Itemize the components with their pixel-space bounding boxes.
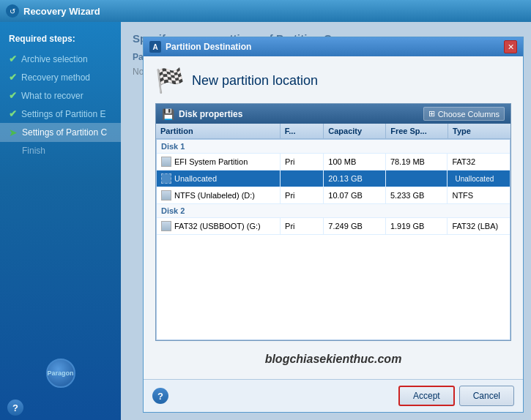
partition-type: NTFS bbox=[448, 187, 510, 203]
modal-title: Partition Destination bbox=[166, 42, 500, 52]
partition-capacity: 10.07 GB bbox=[324, 187, 386, 203]
partition-free bbox=[386, 170, 448, 187]
partition-name: FAT32 (USBBOOT) (G:) bbox=[157, 218, 281, 234]
check-icon: ✔ bbox=[9, 53, 17, 64]
choose-columns-button[interactable]: ⊞ Choose Columns bbox=[423, 107, 505, 121]
sidebar-item-label: Recovery method bbox=[21, 72, 90, 83]
modal-titlebar: A Partition Destination ✕ bbox=[144, 37, 523, 56]
sidebar-item-label: Archive selection bbox=[21, 54, 88, 64]
col-header-partition: Partition bbox=[156, 124, 281, 138]
sidebar-item-settings-partition-e[interactable]: ✔ Settings of Partition E bbox=[0, 105, 121, 123]
sidebar-item-label: What to recover bbox=[21, 91, 83, 101]
content-area: Specify recover settings of Partition C … bbox=[121, 22, 531, 420]
unallocated-badge: Unallocated bbox=[452, 174, 497, 184]
disk2-group: Disk 2 bbox=[157, 204, 510, 218]
partition-type: Unallocated bbox=[448, 170, 510, 187]
table-row[interactable]: EFI System Partition Pri 100 MB 78.19 MB… bbox=[157, 154, 510, 170]
partition-destination-dialog: A Partition Destination ✕ 🏁 New partitio… bbox=[143, 37, 524, 413]
modal-help-button[interactable]: ? bbox=[152, 388, 168, 404]
choose-columns-label: Choose Columns bbox=[438, 110, 500, 119]
disk-icon: 💾 bbox=[162, 108, 174, 120]
sidebar-item-settings-partition-c[interactable]: ➤ Settings of Partition C bbox=[0, 123, 121, 142]
modal-header: 🏁 New partition location bbox=[155, 67, 511, 94]
modal-close-button[interactable]: ✕ bbox=[504, 40, 517, 53]
watermark: blogchiasekienthuc.com bbox=[155, 350, 511, 369]
partition-capacity: 7.249 GB bbox=[324, 218, 386, 234]
modal-footer: ? Accept Cancel bbox=[144, 379, 523, 412]
sidebar-item-what-to-recover[interactable]: ✔ What to recover bbox=[0, 86, 121, 105]
partition-free: 78.19 MB bbox=[386, 154, 448, 170]
modal-body: 🏁 New partition location 💾 Disk properti… bbox=[144, 56, 523, 379]
sidebar: Required steps: ✔ Archive selection ✔ Re… bbox=[0, 22, 121, 420]
check-icon: ✔ bbox=[9, 90, 17, 101]
partition-flag: Pri bbox=[281, 218, 324, 234]
col-header-free: Free Sp... bbox=[386, 124, 448, 138]
main-container: Required steps: ✔ Archive selection ✔ Re… bbox=[0, 22, 531, 420]
check-icon: ✔ bbox=[9, 72, 17, 83]
partition-type: FAT32 (LBA) bbox=[448, 218, 510, 234]
table-header: Partition F... Capacity Free Sp... Type bbox=[156, 124, 510, 139]
table-row[interactable]: NTFS (Unlabeled) (D:) Pri 10.07 GB 5.233… bbox=[157, 187, 510, 204]
sidebar-help-button[interactable]: ? bbox=[7, 400, 23, 416]
accept-button[interactable]: Accept bbox=[398, 386, 455, 406]
partition-free: 1.919 GB bbox=[386, 218, 448, 234]
sidebar-item-archive-selection[interactable]: ✔ Archive selection bbox=[0, 50, 121, 68]
sidebar-logo: Paragon bbox=[46, 359, 75, 388]
partition-name: NTFS (Unlabeled) (D:) bbox=[157, 187, 281, 203]
col-header-type: Type bbox=[448, 124, 510, 138]
sidebar-item-label: Settings of Partition E bbox=[21, 109, 105, 119]
footer-buttons: Accept Cancel bbox=[398, 386, 514, 406]
partition-capacity: 20.13 GB bbox=[324, 170, 386, 187]
modal-titlebar-icon: A bbox=[149, 41, 161, 53]
partition-flag bbox=[281, 170, 324, 187]
app-title: Recovery Wizard bbox=[23, 6, 100, 17]
partition-flag: Pri bbox=[281, 187, 324, 203]
disk-toolbar: 💾 Disk properties ⊞ Choose Columns bbox=[156, 104, 510, 124]
modal-header-title: New partition location bbox=[192, 73, 318, 89]
table-icon: ⊞ bbox=[428, 109, 435, 119]
partition-name: Unallocated bbox=[157, 170, 281, 187]
cancel-button[interactable]: Cancel bbox=[459, 386, 514, 406]
table-row[interactable]: FAT32 (USBBOOT) (G:) Pri 7.249 GB 1.919 … bbox=[157, 218, 510, 235]
sidebar-item-label: Settings of Partition C bbox=[22, 127, 107, 138]
title-bar: ↺ Recovery Wizard bbox=[0, 0, 531, 22]
arrow-icon: ➤ bbox=[9, 127, 18, 138]
app-icon: ↺ bbox=[6, 4, 19, 18]
col-header-capacity: Capacity bbox=[324, 124, 386, 138]
col-header-flag: F... bbox=[281, 124, 324, 138]
partition-type: FAT32 bbox=[448, 154, 510, 170]
partition-capacity: 100 MB bbox=[324, 154, 386, 170]
disk1-group: Disk 1 bbox=[157, 140, 510, 154]
sidebar-heading: Required steps: bbox=[0, 31, 121, 50]
partition-icon bbox=[161, 221, 171, 231]
partition-flag: Pri bbox=[281, 154, 324, 170]
unallocated-icon bbox=[161, 173, 171, 184]
partition-name: EFI System Partition bbox=[157, 154, 281, 170]
sidebar-finish: Finish bbox=[0, 142, 121, 160]
table-row[interactable]: Unallocated 20.13 GB Unallocated bbox=[157, 170, 510, 187]
partition-icon bbox=[161, 190, 171, 200]
check-icon: ✔ bbox=[9, 108, 17, 119]
partition-free: 5.233 GB bbox=[386, 187, 448, 203]
disk-toolbar-label: Disk properties bbox=[179, 109, 419, 119]
partition-icon bbox=[161, 157, 171, 167]
sidebar-item-recovery-method[interactable]: ✔ Recovery method bbox=[0, 68, 121, 86]
partition-table: Disk 1 EFI System Partition Pri 100 MB 7… bbox=[156, 139, 510, 340]
flag-icon: 🏁 bbox=[155, 67, 185, 94]
